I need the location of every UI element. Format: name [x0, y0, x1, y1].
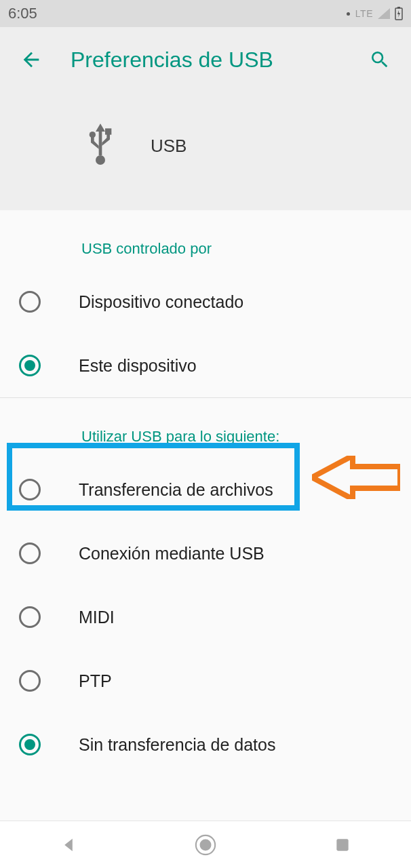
radio-icon	[19, 606, 41, 628]
radio-no-data-transfer[interactable]: Sin transferencia de datos	[0, 713, 411, 776]
radio-checked-icon	[19, 355, 41, 376]
content: USB controlado por Dispositivo conectado…	[0, 210, 411, 821]
radio-icon	[19, 291, 41, 313]
usb-banner: USB	[0, 81, 411, 210]
battery-icon	[395, 7, 403, 20]
radio-icon	[19, 670, 41, 692]
nav-home-button[interactable]	[192, 831, 219, 859]
section-title-controlled-by: USB controlado por	[0, 210, 411, 270]
status-network: LTE	[355, 8, 373, 19]
header: Preferencias de USB USB	[0, 27, 411, 210]
usb-banner-label: USB	[151, 136, 187, 157]
radio-connected-device[interactable]: Dispositivo conectado	[0, 270, 411, 334]
nav-back-button[interactable]	[55, 831, 82, 859]
svg-point-2	[96, 155, 105, 165]
radio-label: Conexión mediante USB	[79, 544, 265, 564]
radio-label: Dispositivo conectado	[79, 292, 243, 312]
radio-ptp[interactable]: PTP	[0, 649, 411, 713]
search-icon	[369, 49, 391, 71]
app-bar: Preferencias de USB	[0, 27, 411, 81]
svg-point-6	[200, 839, 212, 850]
nav-home-icon	[194, 833, 217, 856]
status-right: LTE	[347, 7, 403, 20]
nav-back-icon	[59, 835, 78, 854]
radio-label: Sin transferencia de datos	[79, 735, 275, 755]
radio-label: Este dispositivo	[79, 356, 197, 376]
radio-checked-icon	[19, 734, 41, 755]
svg-rect-4	[105, 128, 111, 134]
section-title-use-for: Utilizar USB para lo siguiente:	[0, 398, 411, 458]
radio-this-device[interactable]: Este dispositivo	[0, 334, 411, 397]
signal-icon	[377, 7, 391, 20]
radio-midi[interactable]: MIDI	[0, 585, 411, 649]
navigation-bar	[0, 821, 411, 868]
radio-icon	[19, 479, 41, 500]
radio-label: Transferencia de archivos	[79, 480, 273, 500]
radio-label: MIDI	[79, 608, 115, 627]
back-button[interactable]	[16, 45, 46, 75]
arrow-back-icon	[20, 48, 43, 71]
radio-usb-tethering[interactable]: Conexión mediante USB	[0, 521, 411, 585]
status-dot-icon	[347, 12, 350, 16]
radio-file-transfer[interactable]: Transferencia de archivos	[0, 458, 411, 521]
svg-rect-7	[336, 839, 348, 850]
status-time: 6:05	[8, 5, 37, 22]
nav-recent-icon	[334, 836, 351, 854]
nav-recent-button[interactable]	[329, 831, 356, 859]
radio-label: PTP	[79, 671, 112, 691]
page-title: Preferencias de USB	[71, 47, 365, 73]
svg-rect-1	[397, 7, 400, 9]
search-button[interactable]	[365, 45, 395, 75]
status-bar: 6:05 LTE	[0, 0, 411, 27]
usb-icon	[81, 120, 119, 172]
svg-point-3	[90, 132, 96, 138]
radio-icon	[19, 542, 41, 564]
